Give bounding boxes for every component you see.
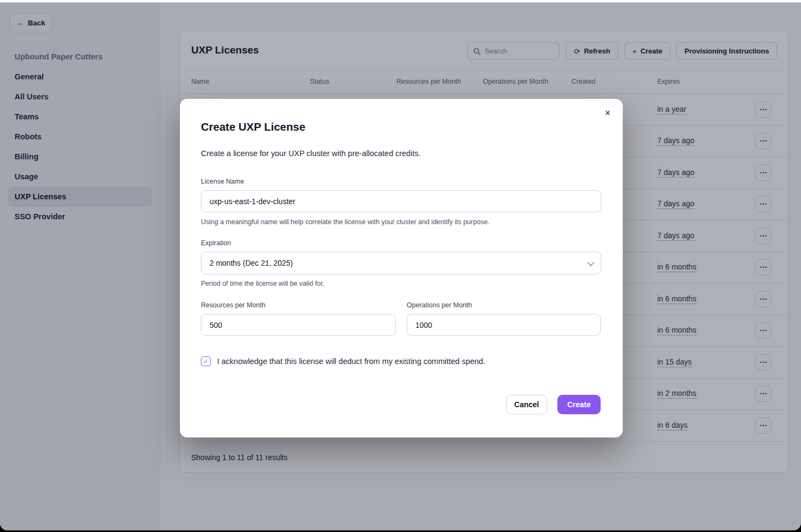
license-name-input[interactable] [201, 190, 601, 212]
license-name-label: License Name [201, 178, 244, 185]
operations-per-month-label: Operations per Month [407, 301, 472, 309]
create-uxp-license-modal: × Create UXP License Create a license fo… [180, 99, 623, 437]
operations-per-month-input[interactable] [407, 314, 601, 336]
cancel-button[interactable]: Cancel [506, 395, 547, 414]
chevron-down-icon [588, 259, 595, 266]
modal-create-button[interactable]: Create [557, 395, 601, 414]
resources-per-month-label: Resources per Month [201, 301, 266, 309]
expiration-value: 2 months (Dec 21, 2025) [210, 259, 293, 267]
check-icon: ✓ [203, 358, 208, 365]
expiration-helper: Period of time the license will be valid… [201, 280, 325, 287]
expiration-label: Expiration [201, 239, 231, 247]
modal-title: Create UXP License [201, 120, 305, 133]
close-icon[interactable]: × [600, 105, 615, 120]
acknowledge-checkbox[interactable]: ✓ [201, 356, 211, 366]
modal-description: Create a license for your UXP cluster wi… [201, 149, 421, 158]
license-name-helper: Using a meaningful name will help correl… [201, 218, 489, 226]
expiration-select[interactable]: 2 months (Dec 21, 2025) [201, 252, 601, 274]
resources-per-month-input[interactable] [201, 314, 396, 336]
acknowledge-label: I acknowledge that this license will ded… [217, 357, 485, 366]
